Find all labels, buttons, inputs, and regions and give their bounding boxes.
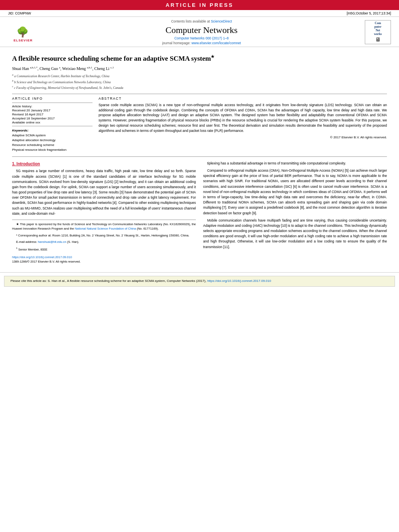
footnote-senior: 1 Senior Member, IEEE xyxy=(12,246,196,252)
keyword-1: Adaptive SCMA system xyxy=(12,133,93,138)
article-info-col: ARTICLE INFO Article history: Received 2… xyxy=(12,97,93,152)
article-info-divider-mid xyxy=(12,126,93,126)
journal-header-center: Contents lists available at ScienceDirec… xyxy=(42,19,361,45)
revised-date: Revised 16 April 2017 xyxy=(12,113,93,116)
author-shuai-han: Shuai Han a,b,1,* xyxy=(12,66,37,71)
author-weixiao-meng: Weixiao Meng a,b,1 xyxy=(62,66,93,71)
keywords-label: Keywords: xyxy=(12,129,93,132)
affiliation-c: c c Faculty of Engineering, Memorial Uni… xyxy=(12,84,387,90)
journal-header: 🌳 ELSEVIER Contents lists available at S… xyxy=(0,16,399,47)
journal-title: Computer Networks xyxy=(42,25,361,35)
elsevier-tree-icon: 🌳 xyxy=(15,26,31,38)
body-col-right: tiplexing has a substantial advantage in… xyxy=(203,161,387,264)
body-para-right-2: Compared to orthogonal multiple access (… xyxy=(203,168,387,216)
abstract-col: ABSTRACT Sparse code multiple access (SC… xyxy=(99,97,387,152)
article-title: A flexible resource scheduling scheme fo… xyxy=(12,54,387,63)
footnote-1: ★ This paper is sponsored by the funds o… xyxy=(12,222,196,231)
article-content: A flexible resource scheduling scheme fo… xyxy=(0,47,399,268)
body-para-right-1: tiplexing has a substantial advantage in… xyxy=(203,161,387,166)
section1-heading: 1. Introduction xyxy=(12,161,196,167)
author-cheng-guo: Cheng Guo a xyxy=(39,66,60,71)
footnotes: ★ This paper is sponsored by the funds o… xyxy=(12,220,196,252)
info-abstract-section: ARTICLE INFO Article history: Received 2… xyxy=(12,97,387,152)
footnote-star-2: * xyxy=(16,234,17,237)
journal-logo-icon: 🖥 xyxy=(375,37,381,43)
issn-row: 1389-1286/© 2017 Elsevier B.V. All right… xyxy=(12,259,196,264)
article-in-press-banner: ARTICLE IN PRESS xyxy=(0,0,399,10)
body-section: 1. Introduction 5G requires a large numb… xyxy=(12,161,387,264)
copyright-text: © 2017 Elsevier B.V. All rights reserved… xyxy=(99,136,387,139)
body-para-1: 5G requires a large number of connection… xyxy=(12,168,196,216)
elsevier-text: ELSEVIER xyxy=(14,39,33,42)
author-cheng-li: Cheng Li c,1 xyxy=(95,66,114,71)
affiliation-a: a a Communication Research Center, Harbi… xyxy=(12,73,387,79)
divider-1 xyxy=(12,94,387,94)
divider-2 xyxy=(12,156,387,157)
sciencedirect-link[interactable]: ScienceDirect xyxy=(211,19,232,23)
article-info-divider-top xyxy=(12,103,93,103)
jid-right: [m5G;October 5, 2017;13:34] xyxy=(347,11,391,15)
footnote-star-1: ★ xyxy=(16,222,19,226)
doi-link[interactable]: https://doi.org/10.1016/j.comnet.2017.09… xyxy=(12,255,72,259)
abstract-label: ABSTRACT xyxy=(99,97,387,101)
svg-text:🌳: 🌳 xyxy=(16,26,29,38)
history-label: Article history: xyxy=(12,105,93,108)
keyword-3: Resource scheduling scheme xyxy=(12,143,93,148)
bottom-wrapper: Please cite this article as: S. Han et a… xyxy=(0,272,399,287)
article-info-label: ARTICLE INFO xyxy=(12,97,93,101)
citation-doi-link[interactable]: https://doi.org/10.1016/j.comnet.2017.09… xyxy=(207,279,271,283)
elsevier-logo: 🌳 ELSEVIER xyxy=(8,22,38,42)
footnote-2: * Corresponding author at: Room 1216, Bu… xyxy=(12,233,196,238)
title-star: ★ xyxy=(211,54,214,59)
jid-row: JID: COMPNW [m5G;October 5, 2017;13:34] xyxy=(0,10,399,16)
jid-left: JID: COMPNW xyxy=(8,11,31,15)
doi-link-row: https://doi.org/10.1016/j.comnet.2017.09… xyxy=(12,255,196,260)
journal-homepage: journal homepage: www.elsevier.com/locat… xyxy=(42,41,361,45)
nsf-china-link[interactable]: National Natural Science Foundation of C… xyxy=(75,227,136,230)
journal-citation: Computer Networks 000 (2017) 1–8 xyxy=(42,36,361,40)
citation-bar: Please cite this article as: S. Han et a… xyxy=(4,276,395,287)
keyword-2: Adaptive allocation technology xyxy=(12,138,93,143)
keyword-4: Physical resource block fragmentation xyxy=(12,148,93,152)
authors-line: Shuai Han a,b,1,*, Cheng Guo a, Weixiao … xyxy=(12,66,387,71)
affiliation-b: b b Science and Technology on Communicat… xyxy=(12,79,387,85)
received-date: Received 20 January 2017 xyxy=(12,109,93,112)
body-col-left: 1. Introduction 5G requires a large numb… xyxy=(12,161,196,264)
journal-logo-box: ComputerNetworks 🖥 xyxy=(365,20,391,44)
body-para-right-3: Mobile communication channels have multi… xyxy=(203,218,387,250)
affiliations: a a Communication Research Center, Harbi… xyxy=(12,73,387,90)
email-link[interactable]: hanshuai@hit.edu.cn xyxy=(38,240,66,244)
contents-available: Contents lists available at ScienceDirec… xyxy=(42,19,361,23)
available-online: Available online xxx xyxy=(12,121,93,124)
accepted-date: Accepted 18 September 2017 xyxy=(12,117,93,120)
journal-homepage-link[interactable]: www.elsevier.com/locate/comnet xyxy=(191,41,241,45)
abstract-text: Sparse code multiple access (SCMA) is a … xyxy=(99,103,387,134)
journal-logo-text: ComputerNetworks xyxy=(374,21,382,36)
citation-text: Please cite this article as: S. Han et a… xyxy=(10,279,206,283)
footnote-email: E-mail address: hanshuai@hit.edu.cn (S. … xyxy=(12,240,196,244)
doi-footer: https://doi.org/10.1016/j.comnet.2017.09… xyxy=(12,255,196,264)
